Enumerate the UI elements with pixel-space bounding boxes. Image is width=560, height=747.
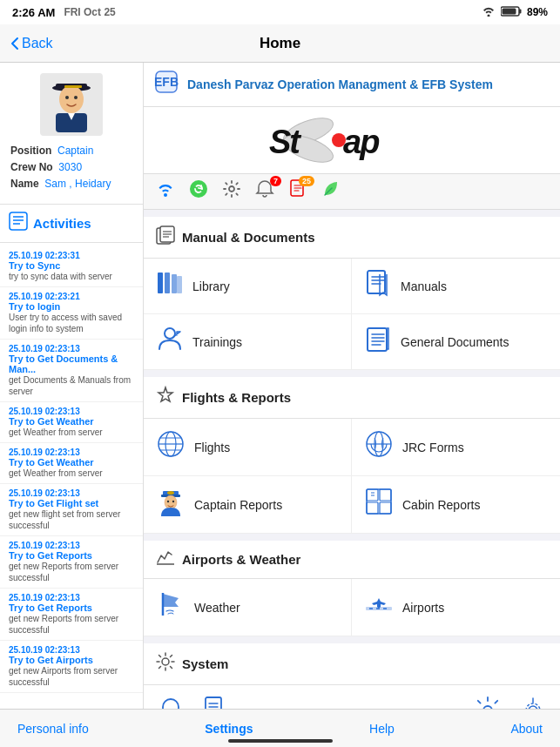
trainings-item[interactable]: Trainings bbox=[144, 314, 352, 370]
activity-title: Try to Get Reports bbox=[9, 550, 134, 561]
activity-time: 25.10.19 02:23:13 bbox=[9, 407, 134, 416]
doc-badge: 25 bbox=[299, 176, 314, 186]
svg-point-23 bbox=[229, 186, 234, 192]
manuals-icon bbox=[364, 269, 392, 303]
svg-point-8 bbox=[65, 96, 69, 99]
svg-rect-31 bbox=[165, 273, 170, 293]
activity-item: 25.10.19 02:23:13 Try to Get Documents &… bbox=[0, 340, 143, 402]
activity-title: Try to Get Weather bbox=[9, 457, 134, 468]
svg-point-64 bbox=[162, 658, 169, 665]
sidebar: Position Captain Crew No 3030 Name Sam ,… bbox=[0, 63, 144, 709]
tab-personal-info[interactable]: Personal info bbox=[17, 722, 89, 736]
airports-weather-section: Airports & Weather bbox=[144, 541, 560, 636]
activity-title: Try to Get Airports bbox=[9, 655, 134, 665]
manual-documents-icon bbox=[156, 225, 175, 249]
activity-item: 25.10.19 02:23:13 Try to Get Weather get… bbox=[0, 443, 143, 484]
manuals-item[interactable]: Manuals bbox=[352, 259, 560, 314]
home-indicator bbox=[228, 739, 333, 743]
svg-point-5 bbox=[59, 85, 84, 113]
general-documents-label: General Documents bbox=[401, 335, 509, 349]
activity-title: Try to Get Documents & Man... bbox=[9, 353, 134, 374]
manuals-label: Manuals bbox=[401, 279, 447, 293]
weather-item[interactable]: Weather bbox=[144, 579, 352, 636]
activity-time: 25.10.19 02:23:21 bbox=[9, 292, 134, 301]
weather-label: Weather bbox=[194, 601, 240, 615]
activities-header: Activities bbox=[0, 205, 143, 243]
sync-status-icon[interactable] bbox=[189, 179, 208, 204]
activities-icon bbox=[9, 212, 28, 235]
status-bar: 2:26 AM FRI Oct 25 89% bbox=[0, 0, 560, 24]
tab-help[interactable]: Help bbox=[369, 722, 395, 736]
status-time: 2:26 AM bbox=[12, 6, 55, 19]
jrc-forms-label: JRC Forms bbox=[402, 441, 464, 454]
activity-desc: get new Reports from server successful bbox=[9, 613, 134, 636]
jrc-forms-item[interactable]: JRC Forms bbox=[352, 419, 560, 476]
flights-reports-icon bbox=[156, 386, 175, 409]
flights-reports-title: Flights & Reports bbox=[182, 390, 291, 405]
activity-item: 25.10.19 02:23:13 Try to Get Airports ge… bbox=[0, 641, 143, 693]
notifications-system-icon bbox=[156, 696, 186, 709]
main-layout: Position Captain Crew No 3030 Name Sam ,… bbox=[0, 63, 560, 709]
activity-desc: get Weather from server bbox=[9, 427, 134, 438]
svg-point-50 bbox=[167, 491, 174, 495]
leaf-status-icon[interactable] bbox=[321, 179, 341, 204]
svg-rect-33 bbox=[177, 276, 182, 293]
svg-rect-55 bbox=[380, 502, 391, 514]
gear1-system-icon bbox=[473, 696, 503, 709]
activity-title: Try to Get Flight set bbox=[9, 498, 134, 508]
profile-section: Position Captain Crew No 3030 Name Sam ,… bbox=[0, 63, 143, 205]
activity-item: 25.10.19 02:23:13 Try to Get Reports get… bbox=[0, 536, 143, 589]
general-documents-item[interactable]: General Documents bbox=[352, 314, 560, 370]
flights-item[interactable]: Flights bbox=[144, 419, 352, 476]
activity-time: 25.10.19 02:23:13 bbox=[9, 448, 134, 457]
flights-label: Flights bbox=[194, 441, 230, 454]
doc-status-icon[interactable]: 25 bbox=[288, 179, 307, 204]
airports-weather-title: Airports & Weather bbox=[182, 552, 300, 567]
battery-percent: 89% bbox=[527, 6, 548, 18]
airports-item[interactable]: Airports bbox=[352, 579, 560, 636]
tab-about[interactable]: About bbox=[510, 722, 543, 736]
back-label: Back bbox=[22, 36, 53, 51]
activity-title: Try to Get Reports bbox=[9, 602, 134, 613]
cabin-reports-label: Cabin Reports bbox=[402, 498, 481, 512]
svg-rect-36 bbox=[368, 328, 387, 351]
svg-text:St: St bbox=[269, 124, 301, 160]
doc-file-system-item[interactable]: DOC bbox=[201, 696, 231, 709]
tab-settings[interactable]: Settings bbox=[205, 722, 253, 736]
bell-status-icon[interactable]: 7 bbox=[255, 179, 274, 204]
settings-status-icon[interactable] bbox=[222, 179, 241, 204]
gear1-system-item[interactable] bbox=[473, 696, 503, 709]
svg-point-9 bbox=[74, 96, 78, 99]
flights-reports-section: Flights & Reports Flights bbox=[144, 377, 560, 534]
trainings-label: Trainings bbox=[192, 335, 242, 349]
wifi-status-icon[interactable] bbox=[156, 180, 175, 203]
activity-desc: get new Airports from server successful bbox=[9, 665, 134, 688]
airports-icon bbox=[364, 589, 394, 625]
activity-time: 25.10.19 02:23:31 bbox=[9, 251, 134, 260]
profile-info: Position Captain Crew No 3030 Name Sam ,… bbox=[10, 143, 132, 193]
cabin-reports-item[interactable]: Cabin Reports bbox=[352, 476, 560, 534]
activity-time: 25.10.19 02:23:13 bbox=[9, 593, 134, 602]
activity-item: 25.10.19 02:23:31 Try to Sync try to syn… bbox=[0, 246, 143, 287]
activity-item: 25.10.19 02:23:13 Try to Get Weather get… bbox=[0, 402, 143, 443]
jrc-forms-icon bbox=[364, 429, 394, 465]
svg-rect-11 bbox=[10, 212, 27, 230]
page-title: Home bbox=[260, 35, 300, 52]
logo-area: St ap bbox=[144, 107, 560, 174]
library-item[interactable]: Library bbox=[144, 259, 352, 314]
system-items-row: DOC bbox=[144, 685, 560, 709]
gear2-system-item[interactable] bbox=[518, 696, 548, 709]
flights-reports-grid: Flights JRC Forms bbox=[144, 419, 560, 534]
nav-bar: Back Home bbox=[0, 24, 560, 63]
activity-desc: try to sync data with server bbox=[9, 271, 134, 282]
activity-time: 25.10.19 02:23:13 bbox=[9, 344, 134, 353]
captain-reports-item[interactable]: Captain Reports bbox=[144, 476, 352, 534]
back-button[interactable]: Back bbox=[10, 36, 53, 51]
position-value: Captain bbox=[57, 145, 93, 157]
activity-time: 25.10.19 02:23:13 bbox=[9, 488, 134, 498]
notifications-system-item[interactable] bbox=[156, 696, 186, 709]
library-icon bbox=[156, 269, 184, 303]
svg-point-49 bbox=[172, 501, 174, 502]
crewno-label: Crew No bbox=[10, 161, 53, 173]
flights-icon bbox=[156, 429, 186, 465]
